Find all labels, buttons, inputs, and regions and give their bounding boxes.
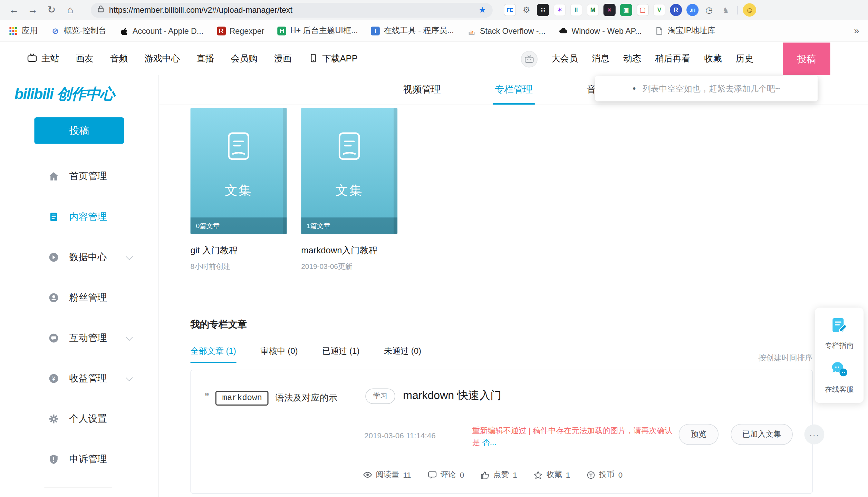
thumbnail-quote: ” <box>205 391 209 405</box>
article-date: 2019-03-06 11:14:46 <box>364 431 436 440</box>
warning-more-link[interactable]: 否... <box>482 438 496 447</box>
jh-extension-icon[interactable]: JH <box>686 4 698 16</box>
topnav-download-app[interactable]: 下载APP <box>308 53 358 65</box>
back-icon[interactable]: ← <box>6 4 22 16</box>
bookmark-console[interactable]: ⊘ 概览-控制台 <box>51 26 107 36</box>
regexper-icon: R <box>217 26 226 35</box>
filter-reviewing[interactable]: 审核中 (0) <box>260 346 298 363</box>
preview-button[interactable]: 预览 <box>679 424 718 445</box>
collection-cover-label: 文集 <box>191 182 287 199</box>
m-extension-icon[interactable]: M <box>587 4 599 16</box>
sidebar-item-data-center[interactable]: 数据中心 <box>0 237 158 277</box>
v-extension-icon[interactable]: V <box>653 4 665 16</box>
topnav-right: 大会员 消息 动态 稍后再看 收藏 历史 投稿 <box>521 42 868 75</box>
forward-icon[interactable]: → <box>25 4 41 16</box>
bookmark-taobao-ip[interactable]: 淘宝IP地址库 <box>655 26 715 36</box>
r-circle-extension-icon[interactable]: R <box>670 4 682 16</box>
chevron-down-icon <box>126 374 133 381</box>
bilibili-creator-logo[interactable]: bilibili 创作中心 <box>15 84 158 104</box>
topnav-huayou[interactable]: 画友 <box>76 53 94 65</box>
profile-avatar[interactable]: ☺ <box>743 3 756 17</box>
more-actions-button[interactable]: ··· <box>804 425 824 445</box>
x-extension-icon[interactable]: × <box>604 4 616 16</box>
article-thumbnail[interactable]: ” markdown 语法及对应的示 <box>205 384 354 411</box>
home-icon[interactable]: ⌂ <box>62 4 79 16</box>
added-to-collection-button[interactable]: 已加入文集 <box>731 424 793 445</box>
fe-helper-extension-icon[interactable]: FE <box>504 4 516 16</box>
topnav-mainsite[interactable]: 主站 <box>27 52 59 66</box>
collection-cover[interactable]: 文集 0篇文章 <box>191 108 287 234</box>
stat-label: 收藏 <box>547 470 562 480</box>
topnav-vip[interactable]: 大会员 <box>551 53 578 65</box>
topnav-live[interactable]: 直播 <box>196 53 214 65</box>
stat-likes: 点赞 1 <box>481 470 517 480</box>
bookmark-apple-account[interactable]: Account - Apple D... <box>120 26 203 35</box>
bookmark-star-icon[interactable]: ★ <box>479 5 486 15</box>
user-avatar[interactable] <box>521 51 538 67</box>
topnav-game-center[interactable]: 游戏中心 <box>144 53 180 65</box>
topnav-label: 下载APP <box>322 53 358 65</box>
sidebar-item-interact-manage[interactable]: 互动管理 <box>0 318 158 358</box>
online-service-link[interactable]: 在线客服 <box>825 360 853 394</box>
green-square-extension-icon[interactable]: ▣ <box>620 4 632 16</box>
topnav-audio[interactable]: 音频 <box>110 53 128 65</box>
sidebar-item-revenue-manage[interactable]: ¥ 收益管理 <box>0 358 158 398</box>
chevron-down-icon <box>126 334 133 341</box>
bookmarks-overflow-icon[interactable]: » <box>854 25 859 36</box>
address-bar[interactable]: https://member.bilibili.com/v2#/upload-m… <box>91 2 493 17</box>
sort-by-create-time[interactable]: 按创建时间排序 <box>759 353 813 363</box>
dots-extension-icon[interactable]: ∷ <box>537 4 549 16</box>
collections-row: 文集 0篇文章 git 入门教程 8小时前创建 文集 1篇文章 markdown… <box>191 108 868 272</box>
article-filter-row: 全部文章 (1) 审核中 (0) 已通过 (1) 未通过 (0) 按创建时间排序 <box>191 346 813 363</box>
galaxy-extension-icon[interactable]: ✶ <box>553 4 566 16</box>
gear-extension-icon[interactable]: ⚙ <box>520 4 532 16</box>
sidebar-item-fans-manage[interactable]: 粉丝管理 <box>0 277 158 318</box>
bookmark-stackoverflow[interactable]: Stack Overflow -... <box>467 26 546 35</box>
collection-title[interactable]: markdown入门教程 <box>301 245 397 257</box>
topnav-history[interactable]: 历史 <box>736 53 753 65</box>
sidebar-menu: 首页管理 内容管理 数据中心 粉丝管理 互动管理 ¥ 收 <box>0 156 158 479</box>
article-title[interactable]: markdown 快速入门 <box>403 388 501 403</box>
sidebar-item-personal-settings[interactable]: 个人设置 <box>0 398 158 439</box>
collection-card-git[interactable]: 文集 0篇文章 git 入门教程 8小时前创建 <box>191 108 287 272</box>
bookmark-hplus[interactable]: H H+ 后台主题UI框... <box>278 26 358 36</box>
sidebar-submit-button[interactable]: 投稿 <box>34 117 124 144</box>
topnav-messages[interactable]: 消息 <box>592 53 609 65</box>
filter-all-articles[interactable]: 全部文章 (1) <box>191 346 236 363</box>
sidebar-item-label: 申诉管理 <box>69 453 107 466</box>
red-frame-extension-icon[interactable]: ▢ <box>637 4 649 16</box>
claw-extension-icon[interactable]: ♞ <box>720 4 732 16</box>
collection-cover[interactable]: 文集 1篇文章 <box>301 108 397 234</box>
filter-failed[interactable]: 未通过 (0) <box>384 346 421 363</box>
topnav-shop[interactable]: 会员购 <box>231 53 258 65</box>
timer-extension-icon[interactable]: ◷ <box>703 4 715 16</box>
topnav-watch-later[interactable]: 稍后再看 <box>655 53 691 65</box>
article-guide-link[interactable]: 专栏指南 <box>825 316 853 351</box>
collection-subtitle: 2019-03-06更新 <box>301 262 397 272</box>
bars-extension-icon[interactable]: ‖ <box>570 4 582 16</box>
tab-video-manage[interactable]: 视频管理 <box>401 75 443 105</box>
sidebar-item-label: 数据中心 <box>69 251 107 263</box>
bookmark-regexper[interactable]: R Regexper <box>217 26 264 35</box>
topnav-submit-button[interactable]: 投稿 <box>783 42 830 75</box>
bookmark-online-tools[interactable]: I 在线工具 - 程序员... <box>371 26 454 36</box>
bookmark-apps[interactable]: 应用 <box>9 26 38 36</box>
url-text[interactable]: https://member.bilibili.com/v2#/upload-m… <box>109 6 474 14</box>
cloud-icon <box>559 26 568 35</box>
refresh-icon[interactable]: ↻ <box>43 4 60 16</box>
topnav-feed[interactable]: 动态 <box>623 53 641 65</box>
sidebar-item-content-manage[interactable]: 内容管理 <box>0 196 158 237</box>
topnav-favorites[interactable]: 收藏 <box>704 53 722 65</box>
sidebar-item-label: 个人设置 <box>69 412 107 425</box>
tab-article-manage[interactable]: 专栏管理 <box>493 75 535 105</box>
thumb-up-icon <box>481 471 490 479</box>
bookmark-window-webapi[interactable]: Window - Web AP... <box>559 26 642 35</box>
collection-title[interactable]: git 入门教程 <box>191 245 287 257</box>
sidebar-item-home-manage[interactable]: 首页管理 <box>0 156 158 196</box>
collection-card-markdown[interactable]: 文集 1篇文章 markdown入门教程 2019-03-06更新 <box>301 108 397 272</box>
topnav-label: 游戏中心 <box>144 53 180 65</box>
filter-passed[interactable]: 已通过 (1) <box>322 346 359 363</box>
topnav-manga[interactable]: 漫画 <box>274 53 292 65</box>
gear-icon <box>48 412 60 425</box>
sidebar-item-appeal-manage[interactable]: 申诉管理 <box>0 439 158 479</box>
